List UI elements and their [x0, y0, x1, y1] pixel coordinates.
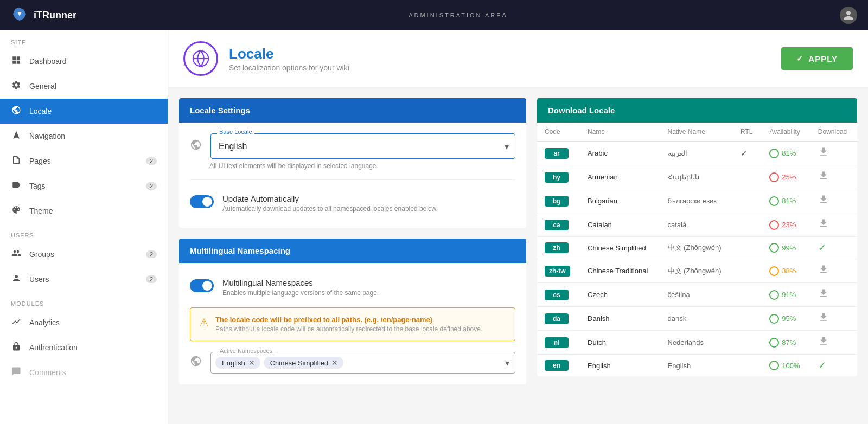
sidebar-item-theme[interactable]: Theme	[0, 198, 168, 223]
availability-wrap: 81%	[769, 196, 802, 206]
sidebar-item-general[interactable]: General	[0, 74, 168, 99]
download-locale-header: Download Locale	[537, 98, 857, 123]
table-row: arArabicالعربية✓81%	[537, 142, 857, 165]
sidebar-item-dashboard[interactable]: Dashboard	[0, 49, 168, 74]
navigation-icon	[11, 130, 22, 142]
sidebar-item-locale[interactable]: Locale	[0, 99, 168, 124]
apply-button[interactable]: ✓ APPLY	[781, 47, 853, 70]
download-button[interactable]	[818, 172, 829, 183]
ns-chip-chinese-remove[interactable]: ✕	[331, 358, 338, 367]
multilingual-header-label: Multilingual Namespacing	[190, 246, 290, 255]
ns-chip-english-remove[interactable]: ✕	[248, 358, 255, 367]
locale-native-cell: Nederlands	[660, 331, 733, 355]
user-avatar[interactable]	[840, 7, 857, 24]
locale-availability-cell: 99%	[762, 237, 810, 259]
multilingual-toggle-label: Multilingual Namespaces	[222, 278, 379, 287]
ns-chip-chinese-label: Chinese Simplified	[270, 359, 329, 367]
col-native: Native Name	[660, 123, 733, 142]
download-button[interactable]	[818, 196, 829, 207]
page-title-group: Locale Set localization options for your…	[229, 46, 349, 72]
locale-name: English	[588, 362, 611, 370]
sidebar-item-analytics[interactable]: Analytics	[0, 310, 168, 335]
update-auto-toggle[interactable]	[190, 195, 214, 208]
sidebar-item-tags[interactable]: Tags 2	[0, 174, 168, 198]
locale-download-cell[interactable]	[810, 331, 857, 355]
sidebar-item-groups[interactable]: Groups 2	[0, 242, 168, 267]
locale-download-cell[interactable]	[810, 283, 857, 307]
locale-availability-cell: 91%	[762, 283, 810, 307]
locale-code-badge: zh-tw	[545, 266, 570, 277]
locale-download-cell[interactable]: ✓	[810, 355, 857, 377]
locale-download-cell[interactable]	[810, 213, 857, 237]
logo: iTRunner	[11, 7, 76, 24]
page-header: Locale Set localization options for your…	[168, 30, 868, 87]
locale-download-cell[interactable]	[810, 165, 857, 189]
locale-name-cell: Bulgarian	[580, 189, 660, 213]
grid-icon	[11, 55, 22, 67]
locale-code-badge: da	[545, 313, 569, 324]
locale-rtl-cell	[733, 355, 762, 377]
locale-rtl-cell	[733, 283, 762, 307]
download-button[interactable]	[818, 338, 829, 349]
left-panel: Locale Settings Base Locale English	[179, 98, 526, 395]
availability-pct: 25%	[782, 173, 796, 181]
sidebar-item-users[interactable]: Users 2	[0, 267, 168, 292]
people-icon	[11, 248, 22, 260]
base-locale-select[interactable]: English	[210, 133, 515, 159]
download-button[interactable]	[818, 314, 829, 325]
locale-code-cell: bg	[537, 189, 580, 213]
active-ns-row: Active Namespaces English ✕ Chinese Simp…	[190, 352, 515, 374]
locale-rtl-cell	[733, 237, 762, 259]
locale-name-cell: Dutch	[580, 331, 660, 355]
download-button[interactable]	[818, 266, 829, 277]
locale-rtl-cell	[733, 213, 762, 237]
availability-pct: 81%	[782, 197, 796, 205]
locale-download-cell[interactable]	[810, 189, 857, 213]
sidebar-item-navigation[interactable]: Navigation	[0, 124, 168, 149]
locale-name-cell: Danish	[580, 307, 660, 331]
locale-name: Arabic	[588, 149, 608, 157]
availability-pct: 95%	[782, 314, 796, 323]
sidebar-item-authentication[interactable]: Authentication	[0, 335, 168, 360]
update-auto-toggle-wrap[interactable]	[190, 195, 214, 210]
availability-wrap: 81%	[769, 149, 802, 158]
availability-circle	[769, 220, 779, 230]
users-section-label: Users	[0, 223, 168, 242]
table-row: hyArmenianՀայերեն25%	[537, 165, 857, 189]
locale-native: català	[668, 221, 687, 229]
locale-name-cell: Catalan	[580, 213, 660, 237]
sidebar-item-comments[interactable]: Comments	[0, 360, 168, 385]
multilingual-toggle[interactable]	[190, 279, 214, 292]
page-icon	[183, 41, 218, 76]
locale-download-cell[interactable]	[810, 259, 857, 283]
locale-native: čeština	[668, 291, 690, 299]
col-name: Name	[580, 123, 660, 142]
locale-code-badge: cs	[545, 290, 569, 300]
locale-download-cell[interactable]	[810, 307, 857, 331]
sidebar-item-pages[interactable]: Pages 2	[0, 149, 168, 174]
warning-icon: ⚠	[199, 316, 209, 329]
locale-availability-cell: 25%	[762, 165, 810, 189]
active-ns-select[interactable]: Active Namespaces English ✕ Chinese Simp…	[210, 352, 515, 374]
check-icon: ✓	[796, 54, 804, 63]
download-button[interactable]	[818, 149, 829, 159]
download-button[interactable]	[818, 220, 829, 231]
chart-icon	[11, 317, 22, 329]
sidebar-label-locale: Locale	[29, 107, 52, 115]
col-rtl: RTL	[733, 123, 762, 142]
table-row: enEnglishEnglish100%✓	[537, 355, 857, 377]
admin-area-label: ADMINISTRATION AREA	[409, 12, 508, 18]
apply-label: APPLY	[808, 54, 838, 63]
page-title: Locale	[229, 46, 349, 62]
groups-badge: 2	[146, 250, 157, 258]
locale-code-cell: hy	[537, 165, 580, 189]
download-button[interactable]	[818, 290, 829, 301]
base-locale-label: Base Locale	[217, 129, 254, 135]
locale-download-cell[interactable]	[810, 142, 857, 165]
locale-native-cell: 中文 (Zhōngwén)	[660, 259, 733, 283]
locale-code-badge: nl	[545, 337, 569, 348]
locale-code-cell: ca	[537, 213, 580, 237]
locale-name: Danish	[588, 314, 609, 323]
multilingual-toggle-wrap[interactable]	[190, 279, 214, 294]
locale-download-cell[interactable]: ✓	[810, 237, 857, 259]
